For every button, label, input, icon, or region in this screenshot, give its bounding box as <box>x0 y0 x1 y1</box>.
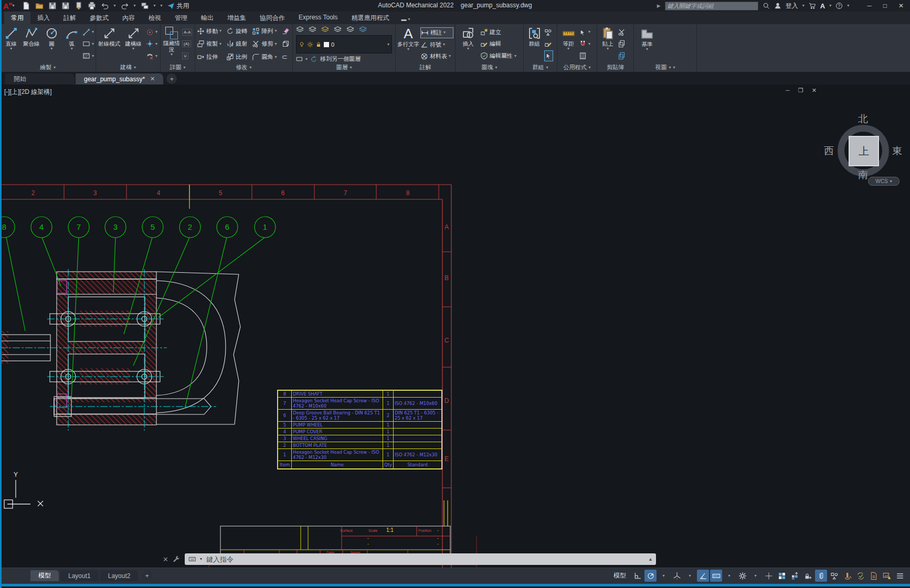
new-file-icon[interactable] <box>22 2 30 10</box>
app-store-cart-icon[interactable] <box>809 2 816 9</box>
tab-addins[interactable]: 增益集 <box>220 12 253 24</box>
redo-chevron-icon[interactable]: ▾ <box>134 4 136 7</box>
command-input[interactable] <box>205 555 645 564</box>
tab-content[interactable]: 內容 <box>115 12 142 24</box>
sheetset-chevron-icon[interactable]: ▾ <box>154 4 156 7</box>
drawing-canvas[interactable]: 23 45 67 8 AB CD E 84 <box>0 84 910 568</box>
tab-layout2[interactable]: Layout2 <box>100 570 139 581</box>
rotate-button[interactable]: 旋轉 <box>226 26 248 36</box>
new-drawing-tab-button[interactable]: + <box>166 73 177 84</box>
search-expand-icon[interactable]: ▶ <box>657 3 661 8</box>
layer-color-swatch[interactable] <box>324 42 329 47</box>
new-layout-button[interactable]: + <box>142 570 152 581</box>
redo-icon[interactable] <box>121 2 129 10</box>
symbol-button[interactable]: 符號▾ <box>420 40 453 50</box>
snap-mode-icon[interactable] <box>644 570 657 582</box>
command-prompt-icon[interactable] <box>188 555 197 563</box>
publish-icon[interactable] <box>75 2 83 10</box>
customization-menu-icon[interactable] <box>894 570 906 582</box>
dimension-button[interactable]: 標註▾ <box>420 27 453 38</box>
graphics-performance-icon[interactable] <box>881 570 893 582</box>
point-button[interactable]: ▾ <box>146 39 157 49</box>
viewcube-west-label[interactable]: 西 <box>824 144 834 158</box>
panel-utilities-label[interactable]: 公用程式▾ <box>557 63 597 72</box>
commandline-close-icon[interactable]: ✕ <box>163 555 168 563</box>
tab-start[interactable]: 開始 <box>5 73 75 84</box>
autodesk-a-icon[interactable]: A <box>820 2 825 10</box>
tab-annotate[interactable]: 註解 <box>57 12 83 24</box>
autocad-logo-icon[interactable]: A <box>3 2 8 10</box>
panel-annotate-label[interactable]: 註解 <box>396 63 455 72</box>
layer-freeze-icon[interactable] <box>346 26 354 34</box>
move-to-layer-label[interactable]: 移到另一個圖層 <box>320 55 361 63</box>
construction-circle-button[interactable]: ▾ <box>146 27 157 37</box>
save-as-icon[interactable] <box>61 2 70 10</box>
open-file-icon[interactable] <box>35 2 44 10</box>
layer-match-icon[interactable] <box>296 56 303 62</box>
grid-display-icon[interactable] <box>631 570 643 582</box>
tab-output[interactable]: 輸出 <box>194 12 220 24</box>
viewcube-south-label[interactable]: 南 <box>858 168 868 182</box>
tab-insert[interactable]: 插入 <box>30 12 57 24</box>
ray-mode-button[interactable]: 射線模式 <box>98 25 121 63</box>
explode-button[interactable] <box>282 39 291 49</box>
group-select-toggle[interactable] <box>544 50 553 61</box>
osnap-chevron-icon[interactable]: ▾ <box>723 570 735 582</box>
drawing-minimize-button[interactable]: ─ <box>786 87 790 94</box>
arc-button[interactable]: 弧▾ <box>62 25 82 63</box>
section-aa-button[interactable]: A-A <box>182 27 192 37</box>
drawing-restore-button[interactable]: ❐ <box>798 87 803 94</box>
panel-draw-label[interactable]: 繪製▾ <box>0 63 96 72</box>
tab-view[interactable]: 檢視 <box>142 12 168 24</box>
line-button[interactable]: 直線▾ <box>2 25 21 63</box>
move-button[interactable]: 移動▾ <box>197 26 223 36</box>
tab-express-tools[interactable]: Express Tools <box>292 12 344 24</box>
isolate-objects-icon[interactable] <box>828 570 840 582</box>
tab-document[interactable]: gear_pump_subassy*✕ <box>76 73 163 84</box>
wcs-menu[interactable]: WCS▾ <box>868 177 900 186</box>
panel-group-label[interactable]: 群組▾ <box>524 63 557 72</box>
line-flyout-button[interactable]: ▾ <box>82 27 94 37</box>
offset-button[interactable]: ⊂ <box>282 52 291 62</box>
minimize-button[interactable]: ─ <box>867 2 872 9</box>
layer-thaw-sun-icon[interactable] <box>307 41 313 48</box>
viewcube-east-label[interactable]: 東 <box>892 144 902 158</box>
fillet-button[interactable]: 圓角▾ <box>252 52 278 62</box>
layer-properties-icon[interactable] <box>296 26 304 34</box>
layer-combo[interactable]: 0 ▾ <box>296 35 392 54</box>
sheet-set-icon[interactable] <box>141 2 149 10</box>
osnap-settings-gear-icon[interactable] <box>736 570 748 582</box>
autoscale-lock-icon[interactable] <box>802 570 814 582</box>
snap-chevron-icon[interactable]: ▾ <box>658 570 670 582</box>
signin-person-icon[interactable] <box>774 2 781 9</box>
lock-ui-icon[interactable] <box>815 570 827 582</box>
detail-u-button[interactable]: ∪ <box>182 51 192 61</box>
save-icon[interactable] <box>48 2 57 10</box>
close-button[interactable]: ✕ <box>898 2 904 9</box>
help-chevron-icon[interactable]: ▾ <box>847 4 849 7</box>
mirror-button[interactable]: 鏡射 <box>226 39 248 49</box>
cut-button[interactable] <box>618 27 626 37</box>
create-block-button[interactable]: 建立 <box>480 27 522 37</box>
share-button[interactable]: 共用 <box>167 2 189 10</box>
group-button[interactable]: 群組 <box>525 25 543 63</box>
maximize-button[interactable]: □ <box>883 2 887 9</box>
base-view-button[interactable]: 基準▾ <box>636 25 659 63</box>
app-menu-chevron-icon[interactable]: ▾ <box>13 4 15 7</box>
command-input-pill[interactable]: ▾ ▲ <box>185 553 656 565</box>
edit-block-button[interactable]: 編輯 <box>480 39 522 49</box>
tab-model[interactable]: 模型 <box>30 570 59 581</box>
layer-isolate-icon[interactable] <box>321 26 329 34</box>
undo-chevron-icon[interactable]: ▾ <box>114 4 116 7</box>
mtext-button[interactable]: A多行文字▾ <box>397 25 419 63</box>
panel-construct-label[interactable]: 建構▾ <box>96 63 160 72</box>
ribbon-display-toggle[interactable]: ▬▾ <box>401 16 410 24</box>
tab-home[interactable]: 常用 <box>4 12 30 24</box>
dynamic-input-icon[interactable] <box>710 570 722 582</box>
signin-label[interactable]: 登入 <box>786 2 798 10</box>
layer-state-icon[interactable] <box>309 26 316 34</box>
scale-button[interactable]: 比例 <box>226 52 248 62</box>
qat-more-chevron-icon[interactable]: ▾ <box>161 4 163 7</box>
help-icon[interactable] <box>835 2 843 9</box>
search-icon[interactable] <box>763 2 770 9</box>
